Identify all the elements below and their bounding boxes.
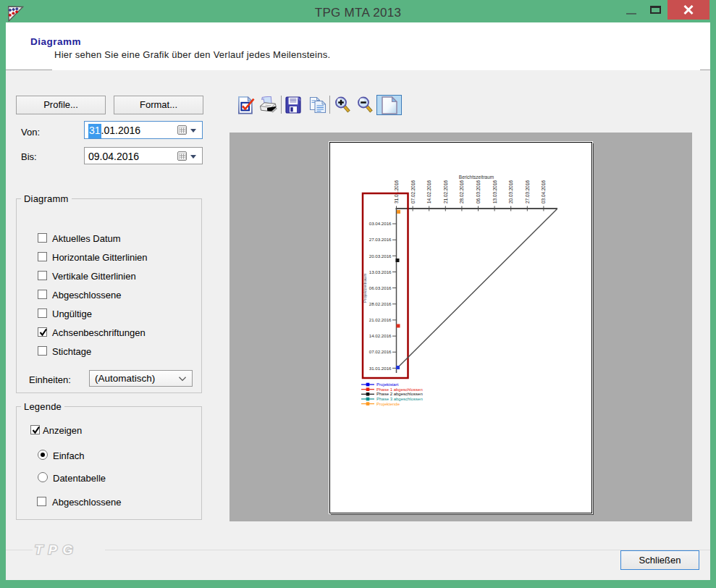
svg-text:06.03.2016: 06.03.2016 [369,285,392,290]
svg-text:14.02.2016: 14.02.2016 [426,180,431,203]
svg-text:28.02.2016: 28.02.2016 [459,180,464,203]
svg-text:Projektende: Projektende [376,402,400,406]
svg-text:20.03.2016: 20.03.2016 [369,253,392,259]
svg-text:Phase 2 abgeschlossen: Phase 2 abgeschlossen [376,392,423,396]
svg-text:31.01.2016: 31.01.2016 [394,180,399,203]
svg-text:27.03.2016: 27.03.2016 [369,237,392,242]
svg-text:Phase 1 abgeschlossen: Phase 1 abgeschlossen [376,387,423,392]
svg-text:20.03.2016: 20.03.2016 [508,180,513,203]
svg-text:Projektstart: Projektstart [376,382,399,387]
svg-text:TPG: TPG [35,543,78,556]
svg-text:Berichtszeitraum: Berichtszeitraum [459,175,494,180]
svg-text:13.03.2016: 13.03.2016 [369,269,392,274]
svg-text:14.02.2016: 14.02.2016 [369,333,392,338]
svg-text:21.02.2016: 21.02.2016 [369,317,392,322]
svg-text:21.02.2016: 21.02.2016 [443,180,448,203]
svg-text:31.01.2016: 31.01.2016 [369,366,392,371]
svg-text:03.04.2016: 03.04.2016 [369,221,392,226]
svg-text:13.03.2016: 13.03.2016 [492,180,497,203]
svg-text:Projektzeitraum: Projektzeitraum [363,274,367,303]
svg-text:07.02.2016: 07.02.2016 [410,180,416,203]
svg-text:28.02.2016: 28.02.2016 [369,301,392,306]
svg-text:06.03.2016: 06.03.2016 [476,180,481,203]
svg-text:Phase 3 abgeschlossen: Phase 3 abgeschlossen [376,397,423,401]
svg-text:03.04.2016: 03.04.2016 [541,180,546,203]
svg-text:07.02.2016: 07.02.2016 [369,349,392,354]
svg-text:27.03.2016: 27.03.2016 [525,180,530,203]
